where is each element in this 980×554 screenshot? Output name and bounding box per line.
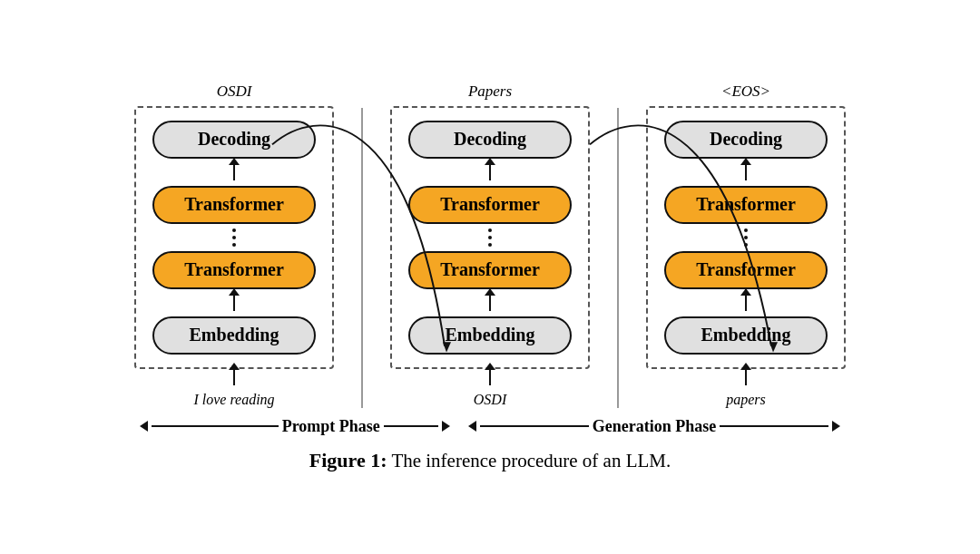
separator2: [617, 108, 619, 408]
diagram1-embedding: Embedding: [152, 316, 316, 355]
diagram2-label-top: Papers: [468, 83, 512, 101]
caption-bold: Figure 1:: [309, 449, 387, 471]
arrow-up-solid-4: [489, 295, 491, 311]
diagram2-decoding: Decoding: [408, 121, 572, 159]
diagram3-dots: [744, 224, 748, 251]
dot5: [488, 236, 492, 239]
prompt-line2: [384, 425, 438, 427]
arrow-up-solid-6: [745, 295, 747, 311]
diagram3-transformer2: Transformer: [664, 251, 828, 289]
arrow-up-solid: [233, 164, 235, 180]
diagram2-embedding: Embedding: [408, 316, 572, 355]
diagram1-transformer1: Transformer: [152, 186, 316, 224]
prompt-line: [152, 425, 279, 427]
diagram-1: OSDI Decoding Transformer: [134, 83, 334, 408]
separator1: [361, 108, 363, 408]
diagram-3: <EOS> Decoding Transformer: [646, 83, 846, 408]
generation-line1: [480, 425, 589, 427]
diagram-2: Papers Decoding Transformer: [390, 83, 590, 408]
diagram2-dashed-box: Decoding Transformer Transformer: [390, 106, 590, 369]
diagram1-dashed-box: Decoding Transformer: [134, 106, 334, 369]
dot1: [232, 228, 236, 232]
generation-phase-label: Generation Phase: [593, 417, 717, 436]
diagram2-label-bottom: OSDI: [474, 392, 506, 408]
arrow-up-solid-3: [489, 164, 491, 180]
diagram1-arrow1: [233, 159, 235, 186]
dot6: [488, 243, 492, 247]
diagram1-dots: [232, 224, 236, 251]
diagram3-arrow2: [745, 289, 747, 316]
diagram3-arrow1: [745, 159, 747, 186]
dot9: [744, 243, 748, 247]
dot8: [744, 236, 748, 239]
diagram2-transformer1: Transformer: [408, 186, 572, 224]
prompt-arrow-left: [140, 421, 148, 432]
diagram1-transformer2: Transformer: [152, 251, 316, 289]
diagram3-label-bottom: papers: [726, 392, 766, 408]
dot2: [232, 236, 236, 239]
diagram1-label-bottom: I love reading: [193, 392, 274, 408]
diagram1-decoding: Decoding: [152, 121, 316, 159]
figure-caption: Figure 1: The inference procedure of an …: [309, 449, 671, 472]
prompt-arrow-right: [442, 421, 450, 432]
diagram3-embedding: Embedding: [664, 316, 828, 355]
diagram2-dots: [488, 224, 492, 251]
dot3: [232, 243, 236, 247]
diagram3-transformer1: Transformer: [664, 186, 828, 224]
diagrams-wrapper: OSDI Decoding Transformer: [54, 83, 926, 408]
generation-phase-section: Generation Phase: [468, 417, 841, 436]
diagram3-decoding: Decoding: [664, 121, 828, 159]
phases-row: Prompt Phase Generation Phase: [54, 417, 926, 436]
diagram1-label-top: OSDI: [217, 83, 252, 101]
figure-container: OSDI Decoding Transformer: [54, 83, 926, 472]
caption-text: The inference procedure of an LLM.: [387, 450, 671, 471]
prompt-phase-section: Prompt Phase: [140, 417, 450, 436]
dot4: [488, 228, 492, 232]
diagram2-transformer2: Transformer: [408, 251, 572, 289]
dot7: [744, 228, 748, 232]
prompt-phase-label: Prompt Phase: [282, 417, 380, 436]
diagram2-arrow1: [489, 159, 491, 186]
generation-arrow-right: [832, 421, 840, 432]
arrow-up-solid-2: [233, 295, 235, 311]
diagram1-arrow2: [233, 289, 235, 316]
diagram3-dashed-box: Decoding Transformer Transformer: [646, 106, 846, 369]
diagram2-arrow2: [489, 289, 491, 316]
generation-line2: [720, 425, 828, 427]
generation-arrow-left: [468, 421, 476, 432]
diagram3-label-top: <EOS>: [721, 83, 770, 101]
arrow-up-solid-5: [745, 164, 747, 180]
